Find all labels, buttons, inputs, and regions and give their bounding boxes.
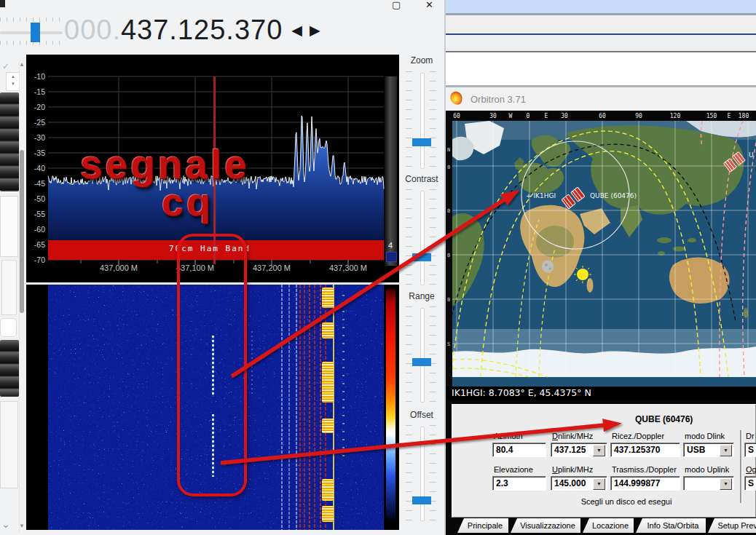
dnlink-value: 437.125 bbox=[554, 445, 586, 455]
elevazione-label: Elevazione bbox=[494, 465, 533, 474]
range-slider-label: Range bbox=[399, 291, 444, 301]
contrast-slider-track[interactable] bbox=[420, 191, 425, 285]
og-label: Og bbox=[746, 465, 756, 474]
elevazione-field[interactable]: 2.3 bbox=[492, 476, 546, 491]
lat-label: 0 bbox=[447, 165, 450, 170]
offset-ticks-left bbox=[406, 425, 412, 521]
db-tick: -40 bbox=[26, 164, 45, 173]
dropdown-icon[interactable]: ▼ bbox=[720, 445, 732, 456]
offset-slider-track[interactable] bbox=[420, 427, 425, 521]
range-slider-track[interactable] bbox=[420, 308, 425, 403]
sidebar-pill[interactable] bbox=[0, 318, 17, 337]
og-field[interactable]: S bbox=[744, 476, 756, 491]
lat-label: N bbox=[447, 147, 450, 153]
frequency-step-left-icon[interactable]: ◀ bbox=[291, 22, 301, 39]
db-tick: -50 bbox=[26, 194, 45, 203]
close-icon[interactable]: ✕ bbox=[425, 0, 433, 10]
range-ticks-left bbox=[406, 306, 412, 403]
annotation-word-cq: cq bbox=[162, 179, 213, 224]
lat-label: S bbox=[447, 341, 450, 347]
contrast-slider-label: Contrast bbox=[399, 174, 444, 184]
dr-field[interactable]: S bbox=[744, 443, 756, 457]
lon-label: 120 bbox=[670, 113, 681, 119]
modo-uplink-combo[interactable]: ▼ bbox=[683, 476, 734, 491]
sidebar-dark-list-2[interactable] bbox=[0, 340, 19, 397]
db-tick: -55 bbox=[26, 210, 45, 218]
modo-dlink-combo[interactable]: USB ▼ bbox=[683, 443, 734, 457]
sidebar-spinner[interactable]: ▲ ▼ bbox=[6, 72, 20, 91]
uplink-combo[interactable]: 145.000 ▼ bbox=[551, 476, 607, 491]
zoom-slider-track[interactable] bbox=[420, 73, 425, 169]
spectrum-scrollbar[interactable] bbox=[385, 76, 397, 266]
satellite2-label: U bbox=[749, 151, 754, 159]
sidebar-panel-2 bbox=[1, 260, 17, 315]
background-window-band bbox=[446, 35, 756, 51]
spinner-up-icon[interactable]: ▲ bbox=[7, 73, 20, 81]
sidebar-panel-1 bbox=[0, 196, 18, 257]
trasmiss-field[interactable]: 144.999877 bbox=[610, 476, 680, 491]
zoom-slider-handle[interactable] bbox=[412, 138, 431, 146]
contrast-slider-handle[interactable] bbox=[412, 253, 431, 261]
lat-label: 0 bbox=[447, 297, 450, 303]
lon-label: 90 bbox=[635, 113, 642, 119]
orbitron-lower-area: QUBE (60476) Azimuth 80.4 Dnlink/MHz 437… bbox=[446, 400, 756, 535]
sidebar-scrollbar-thumb[interactable] bbox=[20, 150, 24, 313]
frequency-digits[interactable]: 437.125.370 bbox=[121, 15, 283, 46]
modo-uplink-label: modo Uplink bbox=[685, 465, 729, 474]
tab-info-sta-orbita[interactable]: Info Sta/Orbita bbox=[636, 518, 706, 533]
tuning-slider-handle[interactable] bbox=[31, 23, 40, 42]
orbitron-map[interactable]: 60 30 W 0 E 30 60 90 120 150 E 180 bbox=[446, 111, 756, 387]
ricez-field[interactable]: 437.125370 bbox=[610, 443, 680, 457]
sidebar-chevron-icon[interactable]: ⌄ bbox=[1, 518, 10, 530]
ricez-label: Ricez./Doppler bbox=[612, 432, 664, 440]
azimuth-field[interactable]: 80.4 bbox=[492, 443, 546, 457]
app-icon-fragment bbox=[0, 0, 5, 7]
modo-dlink-label: modo Dlink bbox=[685, 432, 725, 440]
lon-label: 180 bbox=[739, 113, 749, 119]
maximize-icon[interactable]: ▢ bbox=[392, 0, 401, 10]
zoom-ticks-left bbox=[406, 71, 412, 169]
db-tick: -20 bbox=[26, 103, 45, 111]
spectrum-zoom-badge: 4 bbox=[385, 241, 396, 250]
waterfall-color-scale bbox=[386, 289, 395, 522]
tracked-satellite-title: QUBE (60476) bbox=[635, 414, 693, 424]
dropdown-icon[interactable]: ▼ bbox=[593, 445, 605, 456]
frequency-step-right-icon[interactable]: ▶ bbox=[310, 22, 319, 39]
sidebar-dark-list-1[interactable] bbox=[0, 92, 19, 191]
waterfall-carrier bbox=[281, 285, 283, 530]
uplink-label-rest: plink/MHz bbox=[558, 465, 593, 474]
dnlink-combo[interactable]: 437.125 ▼ bbox=[551, 443, 607, 457]
sidebar-check-icon[interactable]: ✓ bbox=[2, 61, 9, 71]
tab-setup-previsione[interactable]: Setup Previsione bbox=[708, 518, 756, 533]
panel-separator bbox=[740, 430, 742, 503]
tab-principale[interactable]: Principale bbox=[457, 518, 508, 533]
frequency-display[interactable]: 000. 437.125.370 ◀ ▶ bbox=[64, 15, 319, 46]
tab-visualizzazione[interactable]: Visualizzazione bbox=[511, 518, 580, 533]
uplink-label: Uplink/MHz bbox=[552, 465, 593, 474]
spectrum-zoom-square[interactable] bbox=[386, 252, 397, 262]
range-slider-handle[interactable] bbox=[412, 358, 431, 366]
background-window-band bbox=[446, 0, 756, 13]
orbitron-status-bar: IK1HGI: 8.7083° E, 45.4375° N bbox=[446, 387, 756, 400]
panel-hint-text: Scegli un disco ed esegui bbox=[539, 497, 714, 506]
contrast-ticks-left bbox=[406, 189, 412, 285]
db-tick: -65 bbox=[26, 240, 45, 249]
background-window-band bbox=[446, 15, 756, 33]
spinner-down-icon[interactable]: ▼ bbox=[7, 81, 20, 87]
tab-locazione[interactable]: Locazione bbox=[583, 518, 634, 533]
dropdown-icon[interactable]: ▼ bbox=[593, 478, 605, 490]
waterfall-packet-burst bbox=[322, 479, 334, 501]
offset-slider-handle[interactable] bbox=[412, 496, 431, 504]
background-window-band bbox=[446, 52, 756, 85]
scrollbar-down-icon[interactable]: ▼ bbox=[19, 523, 25, 529]
dnlink-label-rest: nlink/MHz bbox=[558, 432, 593, 440]
lon-label: 30 bbox=[561, 113, 568, 119]
db-tick: -35 bbox=[26, 148, 45, 157]
orbitron-title: Orbitron 3.71 bbox=[470, 94, 526, 105]
dnlink-label-u: D bbox=[552, 432, 558, 440]
scrollbar-up-icon[interactable]: ▲ bbox=[19, 61, 25, 68]
dropdown-icon[interactable]: ▼ bbox=[720, 478, 732, 490]
moon-icon bbox=[542, 261, 554, 273]
waterfall-dotted-trace bbox=[342, 295, 344, 462]
waterfall-faint-trace bbox=[251, 331, 253, 397]
